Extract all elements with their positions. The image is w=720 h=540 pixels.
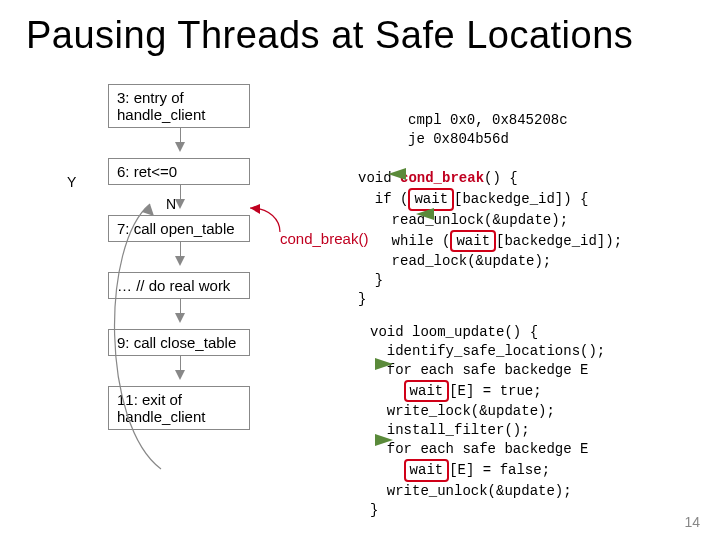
asm-line: cmpl 0x0, 0x845208c (408, 112, 568, 128)
loom-update-code: void loom_update() { identify_safe_locat… (370, 304, 605, 520)
node-close: 9: call close_table (108, 329, 250, 356)
slide-number: 14 (684, 514, 700, 530)
fn-name: cond_break (400, 170, 484, 186)
arrow-icon (375, 434, 393, 446)
node-dots: … // do real work (108, 272, 250, 299)
node-ret: 6: ret<=0 (108, 158, 250, 185)
wait-box: wait (404, 380, 450, 403)
arrow-icon (388, 168, 406, 180)
asm-line: je 0x804b56d (408, 131, 509, 147)
label-y: Y (67, 174, 76, 190)
wait-box: wait (450, 230, 496, 253)
label-n: N (166, 196, 176, 212)
node-entry: 3: entry of handle_client (108, 84, 250, 128)
wait-box: wait (404, 459, 450, 482)
node-open: 7: call open_table (108, 215, 250, 242)
flowchart: 3: entry of handle_client 6: ret<=0 Y N … (70, 84, 330, 430)
node-exit: 11: exit of handle_client (108, 386, 250, 430)
asm-code: cmpl 0x0, 0x845208c je 0x804b56d (408, 92, 568, 149)
arrow-icon (375, 358, 393, 370)
arrow-icon (416, 208, 434, 220)
svg-marker-1 (250, 204, 260, 214)
page-title: Pausing Threads at Safe Locations (0, 0, 720, 63)
cond-break-label: cond_break() (280, 230, 368, 247)
